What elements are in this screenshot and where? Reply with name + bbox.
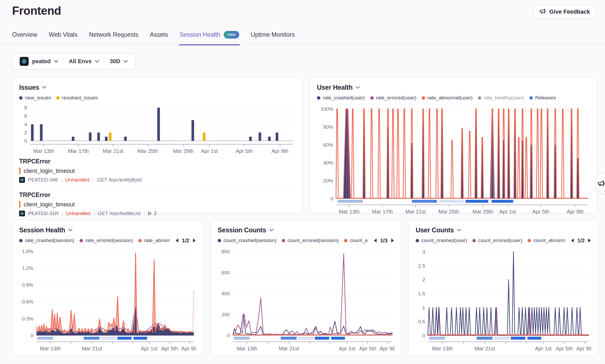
legend-dot xyxy=(344,239,347,242)
pager-prev-icon[interactable] xyxy=(571,238,574,243)
issue-level-bar xyxy=(19,167,20,174)
react-platform-icon xyxy=(20,57,29,66)
issue-culprit-text: client_login_timeout xyxy=(24,168,75,174)
user-health-panel-title[interactable]: User Health xyxy=(317,83,360,92)
pager-next-icon[interactable] xyxy=(588,238,591,243)
issue-title-link[interactable]: TRPCError xyxy=(19,191,50,199)
session-health-panel: Session Health rate_crashed(session)rate… xyxy=(12,220,203,356)
session-counts-panel-title[interactable]: Session Counts xyxy=(218,225,274,235)
chevron-down-icon xyxy=(356,86,360,89)
svg-text:Mar 21st: Mar 21st xyxy=(279,346,299,351)
svg-text:1: 1 xyxy=(422,305,425,311)
chevron-down-icon xyxy=(42,86,46,89)
legend-item-rate-healthy-user-[interactable]: rate_healthy(user) xyxy=(478,95,524,101)
user-health-legend: rate_crashed(user)rate_errored(user)rate… xyxy=(317,94,590,102)
user-counts-legend: count_crashed(user)count_errored(user)co… xyxy=(416,236,591,245)
issue-title-link[interactable]: TRPCError xyxy=(19,158,50,165)
legend-dot xyxy=(138,239,142,242)
svg-text:Mar 21st: Mar 21st xyxy=(103,148,123,154)
issue-meta: PEATED-348|Unhandled|GET /trpc/entityByI… xyxy=(19,177,295,183)
tab-overview[interactable]: Overview xyxy=(12,31,37,39)
project-selector[interactable]: peated xyxy=(14,57,63,66)
svg-text:Mar 25th: Mar 25th xyxy=(439,209,459,215)
legend-dot xyxy=(478,96,481,100)
legend-item-count-errored-user-[interactable]: count_errored(user) xyxy=(472,238,522,243)
svg-text:20%: 20% xyxy=(323,178,333,184)
svg-text:400: 400 xyxy=(221,291,230,296)
legend-item-rate-errored-session-[interactable]: rate_errored(session) xyxy=(80,238,133,243)
session-health-panel-title[interactable]: Session Health xyxy=(19,225,72,235)
page-filter-bar: peated All Envs 30D xyxy=(12,53,135,69)
legend-item-rate-crashed-session-[interactable]: rate_crashed(session) xyxy=(19,238,74,243)
issue-culprit: client_login_timeout xyxy=(19,201,295,208)
legend-item-rate-abnormal-user-[interactable]: rate_abnormal(user) xyxy=(422,95,473,101)
tab-uptime-monitors[interactable]: Uptime Monitors xyxy=(251,31,295,39)
date-range-selector[interactable]: 30D xyxy=(105,58,133,65)
legend-item-rate-crashed-user-[interactable]: rate_crashed(user) xyxy=(317,95,365,101)
pager-page-indicator: 1/2 xyxy=(182,238,189,244)
react-platform-icon xyxy=(19,177,25,183)
issues-panel-title[interactable]: Issues xyxy=(19,83,46,92)
legend-item-resolved-issues[interactable]: resolved_issues xyxy=(56,95,98,101)
session-counts-chart[interactable]: 0200400600800Mar 13thMar 21stApr 1stApr … xyxy=(218,245,394,352)
pager-prev-icon[interactable] xyxy=(175,238,179,243)
issues-legend: new_issuesresolved_issues xyxy=(19,94,295,102)
pager-next-icon[interactable] xyxy=(391,238,394,243)
legend-item-count-crashed-session-[interactable]: count_crashed(session) xyxy=(218,238,277,243)
legend-label: resolved_issues xyxy=(62,95,98,101)
legend-item-count-errored-session-[interactable]: count_errored(session) xyxy=(282,238,339,243)
legend-item-rate-abnorr[interactable]: rate_abnorr xyxy=(138,238,170,243)
legend-item-count-crashed-user-[interactable]: count_crashed(user) xyxy=(416,238,467,243)
svg-text:1.5: 1.5 xyxy=(418,291,425,296)
issue-meta: PEATED-31R|Unhandled|GET /trpc/bottleLis… xyxy=(19,211,295,216)
issue-transaction: GET /trpc/entityById xyxy=(97,177,142,183)
header-divider xyxy=(0,44,605,44)
legend-item-count-a[interactable]: count_a xyxy=(344,238,368,243)
user-counts-panel-title[interactable]: User Counts xyxy=(416,225,461,235)
chevron-down-icon xyxy=(54,60,58,63)
svg-text:2: 2 xyxy=(422,277,425,282)
tab-label: Uptime Monitors xyxy=(251,31,295,38)
svg-text:Apr 9th: Apr 9th xyxy=(576,346,591,351)
svg-text:Apr 9th: Apr 9th xyxy=(380,346,394,351)
legend-pager: 1/2 xyxy=(571,238,591,244)
tab-assets[interactable]: Assets xyxy=(150,31,168,39)
give-feedback-button[interactable]: Give Feedback xyxy=(533,5,596,19)
legend-label: rate_errored(session) xyxy=(85,238,133,243)
issue-level-bar xyxy=(19,201,20,208)
tab-session-health[interactable]: Session Healthnew xyxy=(180,31,239,40)
legend-pager: 1/2 xyxy=(175,238,196,244)
legend-dot xyxy=(317,96,320,100)
legend-item-new-issues[interactable]: new_issues xyxy=(19,95,51,101)
legend-dot xyxy=(218,239,221,242)
svg-text:1.5%: 1.5% xyxy=(22,249,33,254)
svg-text:0: 0 xyxy=(330,196,333,201)
legend-item-Releases[interactable]: Releases xyxy=(529,95,556,101)
new-feature-badge: new xyxy=(224,31,239,39)
session-health-chart[interactable]: 00.3%0.6%0.9%1.2%1.5%Mar 13thMar 21stApr… xyxy=(19,245,196,352)
issues-chart[interactable]: 02468Mar 13thMar 17thMar 21stMar 25thMar… xyxy=(19,102,295,154)
pager-prev-icon[interactable] xyxy=(373,238,377,243)
environment-selector[interactable]: All Envs xyxy=(64,58,104,65)
legend-dot xyxy=(528,239,531,242)
legend-item-rate-errored-user-[interactable]: rate_errored(user) xyxy=(370,95,416,101)
tab-network-requests[interactable]: Network Requests xyxy=(89,31,138,39)
legend-label: rate_abnorr xyxy=(144,238,170,243)
user-counts-chart[interactable]: 00.511.522.53Mar 13thMar 21stApr 1stApr … xyxy=(416,245,591,352)
legend-label: count_crashed(session) xyxy=(223,238,277,243)
panel-title-text: Issues xyxy=(19,84,39,91)
tab-web-vitals[interactable]: Web Vitals xyxy=(49,31,77,39)
svg-text:Mar 13th: Mar 13th xyxy=(432,346,453,351)
user-health-chart[interactable]: 020%40%60%80%100%Mar 13thMar 17thMar 21s… xyxy=(317,103,590,215)
replay-count[interactable]: 2 xyxy=(148,211,157,216)
svg-text:Mar 17th: Mar 17th xyxy=(68,148,89,154)
legend-item-count-abnorm[interactable]: count_abnorm xyxy=(528,238,565,243)
legend-label: rate_healthy(user) xyxy=(484,95,524,101)
svg-text:Apr 5th: Apr 5th xyxy=(359,346,376,351)
svg-text:Apr 1st: Apr 1st xyxy=(141,346,158,351)
megaphone-icon xyxy=(597,179,605,187)
react-platform-icon xyxy=(19,211,25,216)
pager-next-icon[interactable] xyxy=(192,238,196,243)
chevron-down-icon xyxy=(95,60,99,63)
svg-text:Mar 13th: Mar 13th xyxy=(237,346,257,351)
